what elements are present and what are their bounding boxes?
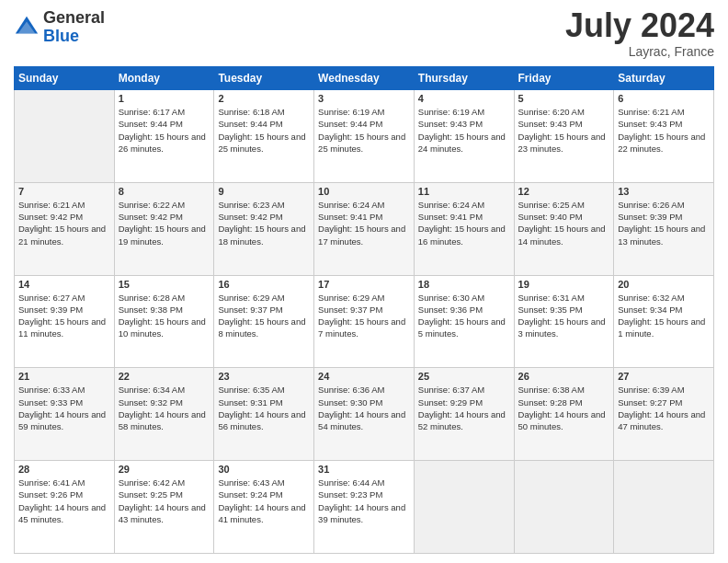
calendar: SundayMondayTuesdayWednesdayThursdayFrid… bbox=[14, 66, 714, 554]
logo-general: General bbox=[43, 9, 105, 28]
day-number: 11 bbox=[418, 186, 510, 197]
day-cell: 6Sunrise: 6:21 AMSunset: 9:43 PMDaylight… bbox=[614, 90, 714, 183]
header: General Blue July 2024 Layrac, France bbox=[14, 9, 714, 59]
day-number: 6 bbox=[618, 93, 710, 104]
day-info: Sunrise: 6:26 AMSunset: 9:39 PMDaylight:… bbox=[618, 199, 710, 247]
day-info: Sunrise: 6:43 AMSunset: 9:24 PMDaylight:… bbox=[218, 477, 310, 525]
day-number: 13 bbox=[618, 186, 710, 197]
day-number: 16 bbox=[218, 279, 310, 290]
day-number: 22 bbox=[119, 371, 210, 382]
day-number: 14 bbox=[18, 279, 110, 290]
day-info: Sunrise: 6:34 AMSunset: 9:32 PMDaylight:… bbox=[119, 384, 210, 432]
day-number: 25 bbox=[418, 371, 510, 382]
day-number: 20 bbox=[618, 279, 710, 290]
day-info: Sunrise: 6:19 AMSunset: 9:43 PMDaylight:… bbox=[418, 106, 510, 155]
day-info: Sunrise: 6:30 AMSunset: 9:36 PMDaylight:… bbox=[418, 292, 510, 340]
day-info: Sunrise: 6:29 AMSunset: 9:37 PMDaylight:… bbox=[218, 292, 310, 340]
day-info: Sunrise: 6:31 AMSunset: 9:35 PMDaylight:… bbox=[518, 292, 610, 340]
day-number: 31 bbox=[318, 464, 410, 475]
day-number: 23 bbox=[218, 371, 310, 382]
day-number: 26 bbox=[518, 371, 610, 382]
day-info: Sunrise: 6:25 AMSunset: 9:40 PMDaylight:… bbox=[518, 199, 610, 247]
day-info: Sunrise: 6:35 AMSunset: 9:31 PMDaylight:… bbox=[218, 384, 310, 432]
day-cell: 25Sunrise: 6:37 AMSunset: 9:29 PMDayligh… bbox=[414, 368, 514, 461]
day-info: Sunrise: 6:39 AMSunset: 9:27 PMDaylight:… bbox=[618, 384, 710, 432]
day-cell: 15Sunrise: 6:28 AMSunset: 9:38 PMDayligh… bbox=[114, 275, 214, 368]
weekday-header-sunday: Sunday bbox=[15, 67, 115, 90]
day-cell: 5Sunrise: 6:20 AMSunset: 9:43 PMDaylight… bbox=[514, 90, 614, 183]
day-cell: 1Sunrise: 6:17 AMSunset: 9:44 PMDaylight… bbox=[114, 90, 214, 183]
day-number: 1 bbox=[119, 93, 210, 104]
day-info: Sunrise: 6:24 AMSunset: 9:41 PMDaylight:… bbox=[418, 199, 510, 247]
logo-blue: Blue bbox=[43, 28, 105, 46]
day-number: 21 bbox=[18, 371, 110, 382]
weekday-header-tuesday: Tuesday bbox=[214, 67, 314, 90]
location: Layrac, France bbox=[565, 44, 714, 59]
day-number: 18 bbox=[418, 279, 510, 290]
month-title: July 2024 bbox=[565, 9, 714, 42]
day-number: 12 bbox=[518, 186, 610, 197]
day-cell: 7Sunrise: 6:21 AMSunset: 9:42 PMDaylight… bbox=[15, 182, 115, 275]
day-cell: 24Sunrise: 6:36 AMSunset: 9:30 PMDayligh… bbox=[314, 368, 415, 461]
day-cell: 8Sunrise: 6:22 AMSunset: 9:42 PMDaylight… bbox=[114, 182, 214, 275]
page: General Blue July 2024 Layrac, France Su… bbox=[0, 0, 728, 563]
day-cell: 13Sunrise: 6:26 AMSunset: 9:39 PMDayligh… bbox=[614, 182, 714, 275]
weekday-header-thursday: Thursday bbox=[414, 67, 514, 90]
day-cell: 9Sunrise: 6:23 AMSunset: 9:42 PMDaylight… bbox=[214, 182, 314, 275]
day-cell: 11Sunrise: 6:24 AMSunset: 9:41 PMDayligh… bbox=[414, 182, 514, 275]
day-info: Sunrise: 6:20 AMSunset: 9:43 PMDaylight:… bbox=[518, 106, 610, 155]
week-row-2: 7Sunrise: 6:21 AMSunset: 9:42 PMDaylight… bbox=[15, 182, 714, 275]
week-row-1: 1Sunrise: 6:17 AMSunset: 9:44 PMDaylight… bbox=[15, 90, 714, 183]
weekday-header-row: SundayMondayTuesdayWednesdayThursdayFrid… bbox=[15, 67, 714, 90]
day-info: Sunrise: 6:38 AMSunset: 9:28 PMDaylight:… bbox=[518, 384, 610, 432]
weekday-header-wednesday: Wednesday bbox=[314, 67, 415, 90]
day-cell: 2Sunrise: 6:18 AMSunset: 9:44 PMDaylight… bbox=[214, 90, 314, 183]
day-number: 5 bbox=[518, 93, 610, 104]
day-number: 17 bbox=[318, 279, 410, 290]
day-info: Sunrise: 6:37 AMSunset: 9:29 PMDaylight:… bbox=[418, 384, 510, 432]
day-number: 27 bbox=[618, 371, 710, 382]
weekday-header-monday: Monday bbox=[114, 67, 214, 90]
day-cell: 22Sunrise: 6:34 AMSunset: 9:32 PMDayligh… bbox=[114, 368, 214, 461]
day-info: Sunrise: 6:41 AMSunset: 9:26 PMDaylight:… bbox=[18, 477, 110, 525]
day-info: Sunrise: 6:27 AMSunset: 9:39 PMDaylight:… bbox=[18, 292, 110, 340]
day-number: 9 bbox=[218, 186, 310, 197]
day-cell: 16Sunrise: 6:29 AMSunset: 9:37 PMDayligh… bbox=[214, 275, 314, 368]
day-cell: 12Sunrise: 6:25 AMSunset: 9:40 PMDayligh… bbox=[514, 182, 614, 275]
day-cell: 3Sunrise: 6:19 AMSunset: 9:44 PMDaylight… bbox=[314, 90, 415, 183]
day-cell: 20Sunrise: 6:32 AMSunset: 9:34 PMDayligh… bbox=[614, 275, 714, 368]
day-number: 24 bbox=[318, 371, 410, 382]
day-number: 4 bbox=[418, 93, 510, 104]
day-cell bbox=[614, 461, 714, 554]
day-number: 8 bbox=[119, 186, 210, 197]
day-number: 28 bbox=[18, 464, 110, 475]
day-number: 3 bbox=[318, 93, 410, 104]
day-cell: 14Sunrise: 6:27 AMSunset: 9:39 PMDayligh… bbox=[15, 275, 115, 368]
weekday-header-saturday: Saturday bbox=[614, 67, 714, 90]
day-number: 19 bbox=[518, 279, 610, 290]
day-info: Sunrise: 6:19 AMSunset: 9:44 PMDaylight:… bbox=[318, 106, 410, 155]
day-cell: 10Sunrise: 6:24 AMSunset: 9:41 PMDayligh… bbox=[314, 182, 415, 275]
day-info: Sunrise: 6:21 AMSunset: 9:42 PMDaylight:… bbox=[18, 199, 110, 247]
day-number: 7 bbox=[18, 186, 110, 197]
day-cell: 31Sunrise: 6:44 AMSunset: 9:23 PMDayligh… bbox=[314, 461, 415, 554]
day-number: 30 bbox=[218, 464, 310, 475]
day-cell: 26Sunrise: 6:38 AMSunset: 9:28 PMDayligh… bbox=[514, 368, 614, 461]
day-info: Sunrise: 6:21 AMSunset: 9:43 PMDaylight:… bbox=[618, 106, 710, 155]
day-cell: 4Sunrise: 6:19 AMSunset: 9:43 PMDaylight… bbox=[414, 90, 514, 183]
day-info: Sunrise: 6:23 AMSunset: 9:42 PMDaylight:… bbox=[218, 199, 310, 247]
day-number: 29 bbox=[119, 464, 210, 475]
day-cell: 18Sunrise: 6:30 AMSunset: 9:36 PMDayligh… bbox=[414, 275, 514, 368]
title-block: July 2024 Layrac, France bbox=[565, 9, 714, 59]
day-cell: 29Sunrise: 6:42 AMSunset: 9:25 PMDayligh… bbox=[114, 461, 214, 554]
day-info: Sunrise: 6:32 AMSunset: 9:34 PMDaylight:… bbox=[618, 292, 710, 340]
day-cell: 21Sunrise: 6:33 AMSunset: 9:33 PMDayligh… bbox=[15, 368, 115, 461]
day-info: Sunrise: 6:29 AMSunset: 9:37 PMDaylight:… bbox=[318, 292, 410, 340]
day-info: Sunrise: 6:17 AMSunset: 9:44 PMDaylight:… bbox=[119, 106, 210, 155]
day-cell: 27Sunrise: 6:39 AMSunset: 9:27 PMDayligh… bbox=[614, 368, 714, 461]
logo: General Blue bbox=[14, 9, 105, 46]
day-cell: 30Sunrise: 6:43 AMSunset: 9:24 PMDayligh… bbox=[214, 461, 314, 554]
day-cell: 23Sunrise: 6:35 AMSunset: 9:31 PMDayligh… bbox=[214, 368, 314, 461]
day-info: Sunrise: 6:22 AMSunset: 9:42 PMDaylight:… bbox=[119, 199, 210, 247]
logo-icon bbox=[14, 15, 40, 40]
